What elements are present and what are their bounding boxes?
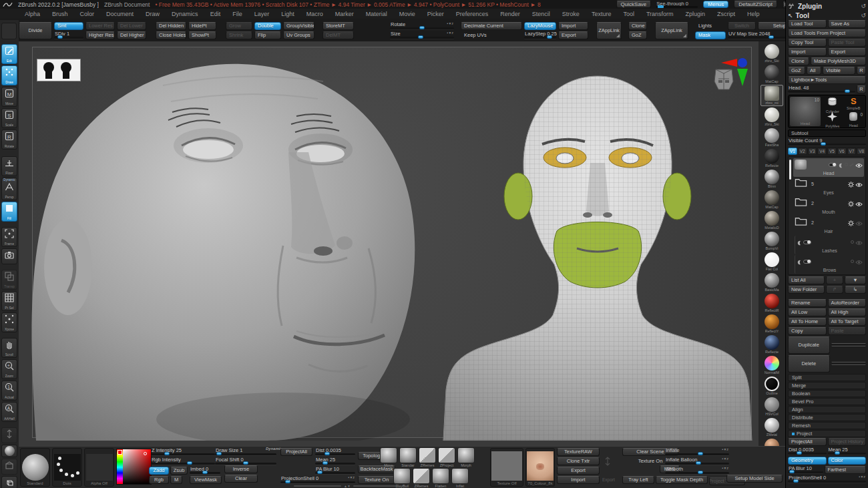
matcap-zmetal[interactable]: ZMetal: [761, 417, 783, 437]
tool-sphere[interactable]: [1, 445, 17, 457]
zplugin-palette-header[interactable]: Zplugin↺: [788, 1, 866, 11]
matcap-matcap[interactable]: MatCap: [761, 64, 783, 84]
subtool-item-hair[interactable]: 2Hair: [793, 216, 864, 235]
tool-xpose[interactable]: Xpose: [1, 312, 17, 332]
tool-palette-header[interactable]: ↖Tool↺: [788, 11, 866, 20]
higher-res-button[interactable]: Higher Res: [85, 31, 115, 39]
menu-draw[interactable]: Draw: [140, 11, 166, 17]
focal-shift-0-slider[interactable]: Focal Shift 0: [215, 457, 276, 465]
menu-help[interactable]: Help: [741, 11, 766, 17]
inflate-balloon-slider[interactable]: Inflate Balloon▪▾z: [665, 457, 729, 465]
menu-stroke[interactable]: Stroke: [556, 11, 586, 17]
toggle-icon[interactable]: [803, 260, 811, 264]
matcap-reflectr[interactable]: ReflectR: [761, 293, 783, 313]
zplugin-refresh-icon[interactable]: ↺: [861, 3, 866, 9]
menu-brush[interactable]: Brush: [46, 11, 74, 17]
matcap-reflecte[interactable]: Reflecte: [761, 334, 783, 354]
lightbox-tools-button[interactable]: Lightbox►Tools: [788, 76, 866, 84]
tool-zoom[interactable]: +Zoom: [1, 359, 17, 379]
lights-button[interactable]: Lights: [695, 22, 726, 30]
tray-divider[interactable]: ▲▼: [294, 484, 401, 488]
tool-thumb-cylinder[interactable]: Cylinder: [822, 97, 843, 111]
autoreorder-button[interactable]: AutoReorder: [828, 299, 867, 307]
rgb-button[interactable]: Rgb: [149, 476, 169, 484]
matcap-bumpvi[interactable]: BumpVi: [761, 231, 783, 251]
quicksave-button[interactable]: QuickSave: [616, 1, 652, 8]
brush-flatten[interactable]: Flatten: [431, 468, 450, 488]
slider-knob[interactable]: [845, 89, 850, 93]
zapplink-button[interactable]: ZAppLink: [596, 22, 622, 39]
sdiv-1-slider[interactable]: SDiv 1: [54, 31, 83, 39]
slider-knob[interactable]: [243, 461, 248, 465]
del-other-button[interactable]: Del Other: [831, 362, 867, 363]
menu-alpha[interactable]: Alpha: [19, 11, 46, 17]
color-picker[interactable]: [116, 449, 152, 485]
clone-txtr-button[interactable]: Clone Txtr: [557, 457, 600, 465]
sculpt-head-right[interactable]: [441, 56, 754, 441]
matcap-basicma[interactable]: BasicMa: [761, 272, 783, 292]
copy-tool-button[interactable]: Copy Tool: [788, 39, 827, 47]
smt-button[interactable]: Smt: [54, 22, 83, 30]
clear-button[interactable]: Clear: [224, 475, 258, 483]
import-button[interactable]: Import: [558, 22, 588, 30]
zadd-button[interactable]: Zadd: [149, 467, 169, 475]
mean-25-slider[interactable]: Mean 25: [828, 447, 867, 455]
see-through-slider[interactable]: See-through 0: [656, 1, 698, 8]
stroke-thumb-dots[interactable]: Dots: [52, 448, 82, 487]
alpha-thumb-off[interactable]: Alpha Off: [84, 448, 114, 487]
menu-marker[interactable]: Marker: [329, 11, 360, 17]
brush-thumb-standard[interactable]: Standard: [20, 448, 50, 487]
lazymouse-button[interactable]: LazyMouse: [524, 22, 556, 30]
viewmask-button[interactable]: ViewMask: [190, 476, 222, 484]
groupvisible-button[interactable]: GroupVisible: [283, 22, 314, 30]
gear-icon[interactable]: [848, 198, 854, 210]
section-project[interactable]: Project: [788, 430, 866, 437]
keep-uvs-button[interactable]: Keep UVs: [461, 31, 522, 39]
smooth-slider[interactable]: Smooth▪▾z: [665, 467, 729, 475]
matcap-hsvcol[interactable]: HSVCol: [761, 397, 783, 417]
menu-preferences[interactable]: Preferences: [450, 11, 495, 17]
zapplink-button[interactable]: ZAppLink: [655, 22, 688, 39]
inflate-slider[interactable]: Inflate▪▾z: [665, 448, 729, 456]
color-button[interactable]: Color: [828, 457, 867, 465]
eye-icon[interactable]: [855, 236, 863, 248]
geometry-button[interactable]: Geometry: [788, 457, 827, 465]
gear-icon[interactable]: [848, 178, 854, 190]
menu-color[interactable]: Color: [74, 11, 101, 17]
eye-icon[interactable]: [855, 159, 863, 171]
all-low-button[interactable]: All Low: [788, 308, 827, 316]
brush-morph[interactable]: Morph: [457, 447, 475, 467]
slider-knob[interactable]: [698, 471, 703, 474]
eye-icon[interactable]: [855, 217, 863, 229]
tool-transp[interactable]: Transp: [1, 270, 17, 290]
texture-off-tile[interactable]: Texture Off: [490, 448, 523, 487]
slider-knob[interactable]: [419, 26, 425, 29]
new-folder-button[interactable]: New Folder: [788, 286, 825, 294]
axis-widget[interactable]: [720, 57, 753, 87]
projectall-button[interactable]: ProjectAll: [788, 438, 827, 446]
eye-icon[interactable]: [855, 256, 863, 268]
eye-icon[interactable]: [855, 198, 863, 210]
section-boolean[interactable]: Boolean: [788, 390, 866, 397]
matcap-zbro-ski[interactable]: zbro_Ski: [761, 43, 783, 63]
del-higher-button[interactable]: Del Higher: [117, 31, 146, 39]
tool-thumb-simpleb[interactable]: SSimpleB: [843, 97, 865, 111]
imbed-0-slider[interactable]: Imbed 0: [190, 467, 220, 475]
tool-frame[interactable]: Frame: [1, 227, 17, 247]
hidept-button[interactable]: HidePt: [188, 22, 216, 30]
menu-macro[interactable]: Macro: [300, 11, 329, 17]
tool-pt-sel[interactable]: Pt Sel: [1, 291, 17, 311]
matcap-outline[interactable]: Outline: [761, 376, 783, 396]
slider-knob[interactable]: [418, 35, 423, 39]
matcap-reflecty[interactable]: ReflectY: [761, 314, 783, 334]
tool-cam[interactable]: [1, 248, 17, 264]
default-zscript-button[interactable]: DefaultZScript: [734, 1, 777, 8]
subtool-item-brows[interactable]: Brows: [795, 255, 864, 274]
menu-edit[interactable]: Edit: [204, 11, 227, 17]
menu-document[interactable]: Document: [100, 11, 140, 17]
matcap-metalicd[interactable]: MetalicD: [761, 210, 783, 230]
slider-knob[interactable]: [698, 452, 703, 455]
section-remesh[interactable]: Remesh: [788, 422, 866, 429]
clone-button[interactable]: Clone: [628, 22, 647, 30]
tool-rotate[interactable]: RRotate: [1, 130, 17, 150]
